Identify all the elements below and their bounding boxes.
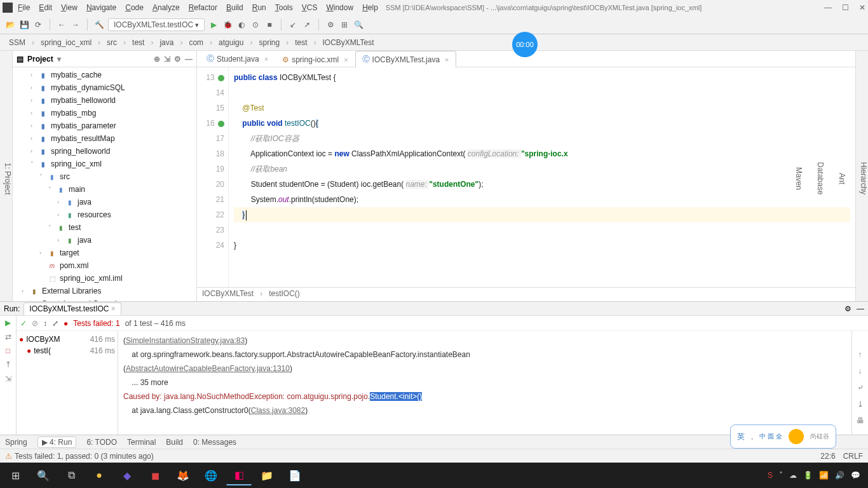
caret-position[interactable]: 22:6 [820, 452, 835, 461]
breadcrumb-item[interactable]: test [128, 37, 148, 48]
tree-node[interactable]: ›▮mybatis_mbg [13, 107, 196, 119]
save-icon[interactable]: 💾 [19, 20, 29, 30]
collapse-icon[interactable]: ⇲ [164, 55, 170, 64]
menu-navigate[interactable]: Navigate [86, 3, 116, 12]
close-icon[interactable]: × [445, 56, 449, 64]
menu-tools[interactable]: Tools [275, 3, 293, 12]
breadcrumb-item[interactable]: IOCByXMLTest [319, 37, 378, 48]
tool-tab[interactable]: 1: Project [3, 56, 12, 301]
notepad-icon[interactable]: 📄 [282, 465, 308, 485]
tree-node[interactable]: ˅▮src [13, 170, 196, 183]
task-view-icon[interactable]: ⧉ [58, 465, 84, 485]
run-config-selector[interactable]: IOCByXMLTest.testIOC ▾ [108, 18, 205, 31]
line-separator[interactable]: CRLF [843, 452, 863, 461]
tree-node[interactable]: ⬚spring_ioc_xml.iml [13, 272, 196, 285]
editor-tab[interactable]: ⚙spring-ioc.xml× [275, 52, 355, 67]
bottom-tab[interactable]: Spring [5, 438, 27, 447]
menu-edit[interactable]: Edit [39, 3, 52, 12]
breadcrumb-item[interactable]: java [156, 37, 177, 48]
firefox-icon[interactable]: 🦊 [170, 465, 196, 485]
menu-help[interactable]: Help [362, 3, 378, 12]
tree-node[interactable]: ›▮spring_helloworld [13, 145, 196, 158]
tree-node[interactable]: ›▮target [13, 247, 196, 259]
rerun-icon[interactable]: ▶ [5, 318, 11, 327]
menu-vcs[interactable]: VCS [302, 3, 318, 12]
intellij-icon[interactable]: ◧ [226, 465, 252, 485]
close-icon[interactable]: × [264, 55, 268, 63]
app-icon[interactable]: ◆ [114, 465, 140, 485]
down-icon[interactable]: ↓ [858, 367, 862, 376]
ime-indicator[interactable]: 英 , 中 圆 全 尚硅谷 [730, 424, 836, 449]
run-tab[interactable]: IOCByXMLTest.testIOC × [24, 302, 121, 315]
tool-tab[interactable]: Database [816, 56, 825, 301]
tray-up-icon[interactable]: ˄ [779, 471, 783, 480]
hide-icon[interactable]: — [857, 304, 864, 313]
system-tray[interactable]: S ˄ ☁ 🔋 📶 🔊 💬 [768, 471, 865, 480]
wrap-icon[interactable]: ⤶ [857, 383, 864, 392]
pin-icon[interactable]: ⤒ [5, 360, 11, 369]
app-icon[interactable]: ◼ [142, 465, 168, 485]
tree-node[interactable]: ›▮External Libraries [13, 285, 196, 297]
console-output[interactable]: (SimpleInstantiationStrategy.java:83) at… [118, 331, 851, 435]
tree-node[interactable]: ˅▮test [13, 221, 196, 234]
tree-node[interactable]: ›▮mybatis_helloworld [13, 94, 196, 107]
tree-node[interactable]: ›▮mybatis_dynamicSQL [13, 81, 196, 94]
breadcrumb-item[interactable]: spring_ioc_xml [37, 37, 95, 48]
maximize-icon[interactable]: ☐ [842, 3, 849, 12]
test-row[interactable]: ●testI(416 ms [19, 345, 115, 356]
close-icon[interactable]: ✕ [859, 3, 865, 12]
breadcrumb-item[interactable]: spring [255, 37, 283, 48]
tree-node[interactable]: ›▮mybatis_cache [13, 69, 196, 81]
debug-icon[interactable]: 🐞 [222, 20, 233, 30]
bottom-tab[interactable]: Build [166, 438, 183, 447]
fail-filter-icon[interactable]: ⊘ [32, 319, 38, 328]
start-icon[interactable]: ⊞ [3, 465, 28, 485]
chrome-icon[interactable]: 🌐 [198, 465, 224, 485]
minimize-icon[interactable]: — [824, 3, 832, 12]
project-title[interactable]: Project [27, 55, 53, 64]
tree-node[interactable]: ›▮java [13, 234, 196, 247]
menu-build[interactable]: Build [226, 3, 243, 12]
tool-tab[interactable]: Maven [794, 56, 803, 301]
code-breadcrumb-item[interactable]: IOCByXMLTest [202, 289, 254, 300]
editor-tab[interactable]: ⒸIOCByXMLTest.java× [355, 51, 456, 67]
tree-node[interactable]: ˅▮main [13, 183, 196, 196]
tree-node[interactable]: ˅▮spring_ioc_xml [13, 158, 196, 170]
close-icon[interactable]: × [344, 56, 348, 64]
scroll-icon[interactable]: ⤓ [857, 400, 864, 409]
tree-node[interactable]: ›▮java [13, 196, 196, 208]
sync-icon[interactable]: ⟳ [33, 20, 43, 30]
coverage-icon[interactable]: ◐ [236, 20, 247, 30]
search-icon[interactable]: 🔍 [31, 465, 56, 485]
structure-icon[interactable]: ⊞ [339, 20, 349, 30]
sort-icon[interactable]: ↕ [43, 319, 47, 328]
notifications-icon[interactable]: 💬 [851, 471, 860, 480]
bottom-tab[interactable]: ▶ 4: Run [37, 437, 77, 448]
run-icon[interactable]: ▶ [208, 20, 219, 30]
hide-icon[interactable]: — [185, 55, 193, 64]
onedrive-icon[interactable]: ☁ [789, 471, 797, 480]
tree-node[interactable]: ›▮mybatis_parameter [13, 119, 196, 132]
toggle-icon[interactable]: ⇄ [5, 332, 11, 341]
hammer-icon[interactable]: 🔨 [94, 20, 104, 30]
bottom-tab[interactable]: 6: TODO [86, 438, 117, 447]
explorer-icon[interactable]: 📁 [254, 465, 280, 485]
menu-refactor[interactable]: Refactor [189, 3, 217, 12]
bottom-tab[interactable]: 0: Messages [193, 438, 236, 447]
back-icon[interactable]: ← [57, 20, 67, 30]
app-icon[interactable]: ● [86, 465, 112, 485]
close-icon[interactable]: × [111, 304, 116, 313]
gear-icon[interactable]: ⚙ [174, 55, 181, 64]
code-editor[interactable]: 13 141516 1718192021222324 public class … [197, 67, 855, 287]
print-icon[interactable]: 🖶 [857, 416, 864, 425]
project-tree[interactable]: ›▮mybatis_cache›▮mybatis_dynamicSQL›▮myb… [13, 67, 196, 301]
vcs-update-icon[interactable]: ↙ [288, 20, 298, 30]
search-icon[interactable]: 🔍 [353, 20, 363, 30]
expand-icon[interactable]: ⤢ [52, 319, 58, 328]
tray-icon[interactable]: S [768, 471, 773, 480]
vcs-commit-icon[interactable]: ↗ [302, 20, 312, 30]
test-row[interactable]: ●IOCByXM416 ms [19, 334, 115, 345]
breadcrumb-item[interactable]: SSM [5, 37, 29, 48]
battery-icon[interactable]: 🔋 [803, 471, 813, 480]
tree-node[interactable]: ›▮mybatis_resultMap [13, 132, 196, 145]
